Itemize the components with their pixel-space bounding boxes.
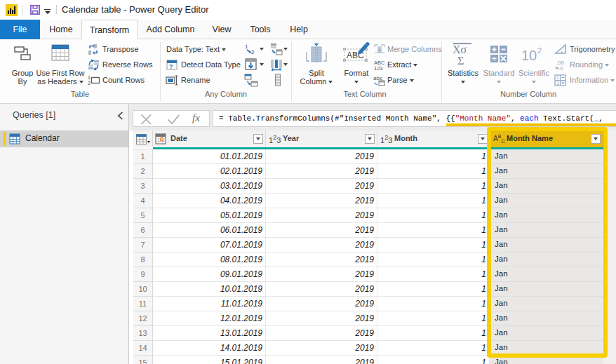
svg-text:2: 2 — [537, 46, 542, 55]
svg-text:Σ: Σ — [457, 55, 464, 67]
svg-text:123: 123 — [374, 65, 383, 71]
svg-text:Xσ: Xσ — [453, 43, 467, 55]
svg-text:10: 10 — [521, 48, 537, 63]
svg-text:3: 3 — [556, 81, 559, 86]
svg-text:1: 1 — [556, 75, 559, 80]
svg-text:1: 1 — [245, 43, 248, 50]
svg-text:2: 2 — [251, 49, 255, 55]
svg-text:?: ? — [169, 63, 173, 70]
svg-text:1: 1 — [88, 75, 91, 80]
svg-text:.0: .0 — [558, 65, 563, 71]
svg-text:2: 2 — [88, 81, 91, 86]
